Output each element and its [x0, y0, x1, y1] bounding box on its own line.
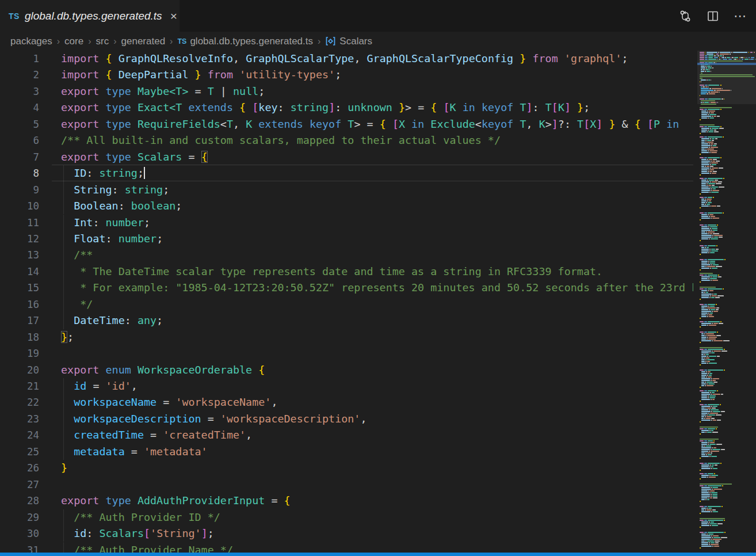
code-line-8[interactable]: ID: string;: [61, 165, 693, 181]
line-number[interactable]: 24: [0, 427, 39, 443]
code-line-10[interactable]: Boolean: boolean;: [61, 198, 693, 214]
line-number[interactable]: 26: [0, 460, 39, 476]
indent-guide: [63, 215, 64, 231]
code-line-22[interactable]: workspaceName = 'workspaceName',: [61, 394, 693, 410]
line-number[interactable]: 29: [0, 509, 39, 525]
indent-guide: [63, 525, 64, 542]
code-line-21[interactable]: id = 'id',: [61, 378, 693, 394]
line-number[interactable]: 15: [0, 280, 39, 296]
open-changes-icon[interactable]: [675, 6, 695, 26]
line-number[interactable]: 18: [0, 329, 39, 345]
line-number[interactable]: 5: [0, 116, 39, 132]
indent-guide: [63, 509, 64, 525]
line-number[interactable]: 30: [0, 525, 39, 542]
breadcrumb-label: packages: [10, 36, 52, 47]
tab-title: global.db.types.generated.ts: [25, 10, 162, 22]
line-number[interactable]: 23: [0, 411, 39, 427]
vscode-window: TS global.db.types.generated.ts ×: [0, 0, 756, 556]
code-line-3[interactable]: export type Maybe<T> = T | null;: [61, 83, 693, 100]
breadcrumb-item-generated[interactable]: generated: [121, 36, 166, 47]
line-number[interactable]: 9: [0, 182, 39, 198]
line-number[interactable]: 13: [0, 247, 39, 263]
editor-actions: ⋯: [675, 0, 750, 32]
line-number[interactable]: 22: [0, 394, 39, 410]
code-area[interactable]: import { GraphQLResolveInfo, GraphQLScal…: [61, 51, 693, 553]
indent-guide: [63, 165, 64, 181]
code-line-19[interactable]: [61, 345, 693, 361]
code-line-29[interactable]: /** Auth Provider ID */: [61, 509, 693, 525]
breadcrumb-label: global.db.types.generated.ts: [190, 36, 313, 47]
code-line-16[interactable]: */: [61, 296, 693, 313]
line-number[interactable]: 2: [0, 67, 39, 83]
text-cursor: [144, 167, 145, 179]
breadcrumb-item-core[interactable]: core: [64, 36, 83, 47]
line-number[interactable]: 16: [0, 296, 39, 313]
code-line-17[interactable]: DateTime: any;: [61, 313, 693, 329]
line-number[interactable]: 19: [0, 345, 39, 361]
code-line-26[interactable]: }: [61, 460, 693, 476]
line-number[interactable]: 12: [0, 231, 39, 247]
line-number[interactable]: 10: [0, 198, 39, 214]
line-number[interactable]: 25: [0, 444, 39, 460]
close-tab-icon[interactable]: ×: [170, 10, 177, 22]
typescript-file-icon: TS: [9, 12, 20, 21]
line-number[interactable]: 7: [0, 149, 39, 165]
breadcrumb-label: generated: [121, 36, 166, 47]
indent-guide: [63, 444, 64, 460]
breadcrumb: packages›core›src›generated›TSglobal.db.…: [0, 32, 756, 51]
indent-guide: [63, 231, 64, 247]
line-number[interactable]: 17: [0, 313, 39, 329]
code-line-2[interactable]: import { DeepPartial } from 'utility-typ…: [61, 67, 693, 83]
line-number[interactable]: 28: [0, 493, 39, 509]
line-number[interactable]: 1: [0, 51, 39, 67]
line-number[interactable]: 21: [0, 378, 39, 394]
code-line-14[interactable]: * The DateTime scalar type represents da…: [61, 264, 693, 280]
line-number[interactable]: 27: [0, 477, 39, 493]
code-line-11[interactable]: Int: number;: [61, 215, 693, 231]
breadcrumb-separator: ›: [57, 36, 60, 47]
line-number[interactable]: 6: [0, 132, 39, 148]
typescript-file-icon: TS: [177, 37, 186, 45]
code-line-5[interactable]: export type RequireFields<T, K extends k…: [61, 116, 693, 132]
breadcrumb-item-packages[interactable]: packages: [10, 36, 52, 47]
line-number[interactable]: 11: [0, 215, 39, 231]
breadcrumb-separator: ›: [113, 36, 116, 47]
code-line-9[interactable]: String: string;: [61, 182, 693, 198]
breadcrumb-separator: ›: [88, 36, 91, 47]
indent-guide: [63, 198, 64, 214]
breadcrumb-separator: ›: [170, 36, 173, 47]
breadcrumb-label: Scalars: [339, 36, 372, 47]
line-number[interactable]: 20: [0, 362, 39, 378]
line-number[interactable]: 14: [0, 264, 39, 280]
code-line-31[interactable]: /** Auth Provider Name */: [61, 542, 693, 553]
code-line-23[interactable]: workspaceDescription = 'workspaceDescrip…: [61, 411, 693, 427]
editor: 1234567891011121314151617181920212223242…: [0, 51, 756, 553]
code-line-4[interactable]: export type Exact<T extends { [key: stri…: [61, 100, 693, 116]
indent-guide: [63, 264, 64, 280]
code-line-6[interactable]: /** All built-in and custom scalars, map…: [61, 132, 693, 148]
line-number[interactable]: 8: [0, 165, 39, 181]
code-line-12[interactable]: Float: number;: [61, 231, 693, 247]
code-line-28[interactable]: export type AddAuthProviderInput = {: [61, 493, 693, 509]
breadcrumb-item-scalars[interactable]: Scalars: [325, 36, 372, 47]
code-line-13[interactable]: /**: [61, 247, 693, 263]
code-line-1[interactable]: import { GraphQLResolveInfo, GraphQLScal…: [61, 51, 693, 67]
code-line-15[interactable]: * For example: "1985-04-12T23:20:50.52Z"…: [61, 280, 693, 296]
tab-global-db-types[interactable]: TS global.db.types.generated.ts ×: [0, 0, 180, 32]
split-editor-icon[interactable]: [703, 6, 723, 26]
code-line-7[interactable]: export type Scalars = {: [61, 149, 693, 165]
code-line-25[interactable]: metadata = 'metadata': [61, 444, 693, 460]
line-number-gutter: 1234567891011121314151617181920212223242…: [0, 51, 52, 553]
line-number[interactable]: 4: [0, 100, 39, 116]
code-line-30[interactable]: id: Scalars['String'];: [61, 525, 693, 542]
indent-guide: [63, 378, 64, 394]
code-line-24[interactable]: createdTime = 'createdTime',: [61, 427, 693, 443]
breadcrumb-item-src[interactable]: src: [96, 36, 109, 47]
code-line-18[interactable]: };: [61, 329, 693, 345]
line-number[interactable]: 3: [0, 83, 39, 100]
code-line-20[interactable]: export enum WorkspaceOrderable {: [61, 362, 693, 378]
breadcrumb-item-global-db-types-generated-ts[interactable]: TSglobal.db.types.generated.ts: [177, 36, 313, 47]
code-line-27[interactable]: [61, 477, 693, 493]
more-actions-icon[interactable]: ⋯: [731, 6, 750, 26]
minimap[interactable]: [697, 51, 756, 553]
